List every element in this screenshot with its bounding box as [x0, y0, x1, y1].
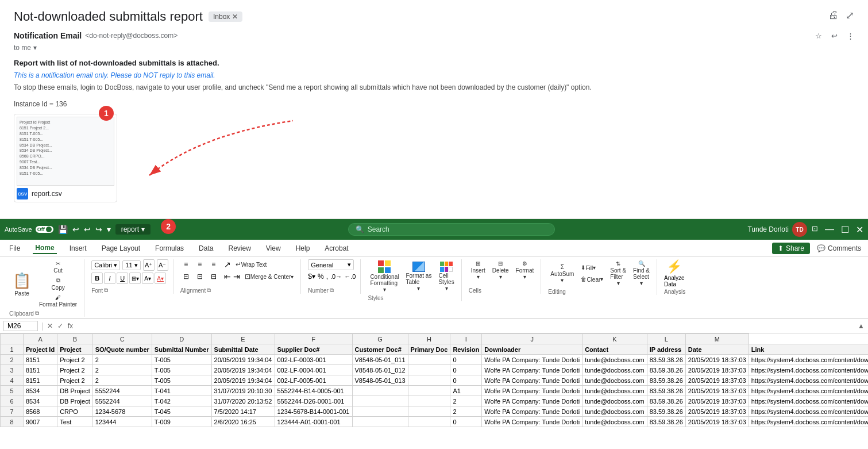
data-cell[interactable]: DB Project [57, 396, 93, 406]
data-cell[interactable]: Wolfe PA Company: Tunde Dorloti [482, 386, 582, 396]
align-top-left-button[interactable]: ≡ [180, 259, 192, 270]
header-cell[interactable]: IP address [647, 344, 685, 355]
data-cell[interactable] [352, 406, 408, 417]
formula-input[interactable] [76, 322, 854, 330]
paste-button[interactable]: 📋 Paste [9, 271, 34, 298]
menu-home[interactable]: Home [33, 243, 56, 254]
data-cell[interactable]: 83.59.38.26 [647, 375, 685, 386]
orientation-button[interactable]: ↗ [224, 260, 231, 269]
attachment-preview[interactable]: Project Id Project 8151 Project 2... 815… [14, 114, 117, 202]
data-cell[interactable]: 5552244 [92, 396, 152, 406]
col-header-B[interactable]: B [57, 334, 93, 344]
data-cell[interactable]: V8548-05-01_013 [352, 375, 408, 386]
find-select-button[interactable]: 🔍 Find & Select ▾ [631, 259, 652, 287]
data-cell[interactable]: T-005 [152, 375, 211, 386]
data-cell[interactable] [408, 375, 450, 386]
data-cell[interactable]: CRPO [57, 406, 93, 417]
analyze-data-button[interactable]: ⚡ Analyze Data [664, 259, 685, 287]
italic-button[interactable]: I [104, 273, 115, 284]
data-cell[interactable]: 8534 [24, 396, 57, 406]
data-cell[interactable]: 9007 [24, 417, 57, 427]
data-cell[interactable]: tunde@docboss.com [582, 406, 647, 417]
wrap-text-button[interactable]: ↵ Wrap Text [233, 259, 269, 270]
sort-filter-button[interactable]: ⇅ Sort & Filter ▾ [608, 259, 628, 287]
format-cells-dropdown-icon[interactable]: ▾ [523, 274, 526, 280]
menu-formulas[interactable]: Formulas [153, 243, 186, 254]
data-cell[interactable]: 83.59.38.26 [647, 396, 685, 406]
data-cell[interactable]: 8151 [24, 375, 57, 386]
data-cell[interactable]: 0 [450, 417, 482, 427]
print-icon[interactable]: 🖨 [828, 9, 839, 22]
font-expand-icon[interactable]: ⧉ [104, 287, 108, 294]
data-cell[interactable]: https://system4.docboss.com/content/down… [749, 406, 868, 417]
data-cell[interactable]: 2 [450, 406, 482, 417]
fill-dropdown-icon[interactable]: ▾ [593, 264, 596, 271]
menu-insert[interactable]: Insert [67, 243, 89, 254]
cut-button[interactable]: ✂ Cut [37, 259, 79, 275]
data-cell[interactable]: DB Project [57, 386, 93, 396]
data-cell[interactable] [408, 386, 450, 396]
data-cell[interactable] [408, 417, 450, 427]
align-top-center-button[interactable]: ≡ [194, 259, 206, 270]
maximize-icon[interactable]: ☐ [841, 224, 849, 235]
data-cell[interactable]: 2 [92, 375, 152, 386]
data-cell[interactable]: 20/05/2019 19:34:04 [211, 375, 275, 386]
data-cell[interactable]: tunde@docboss.com [582, 375, 647, 386]
data-cell[interactable]: 20/05/2019 18:37:03 [685, 386, 749, 396]
data-cell[interactable]: https://system4.docboss.com/content/down… [749, 417, 868, 427]
cell-styles-dropdown-icon[interactable]: ▾ [445, 285, 448, 291]
merge-dropdown-icon[interactable]: ▾ [291, 274, 294, 280]
underline-button[interactable]: U [117, 273, 128, 284]
more-options-icon[interactable]: ⋮ [847, 32, 854, 40]
data-cell[interactable] [352, 396, 408, 406]
number-expand-icon[interactable]: ⧉ [330, 287, 334, 294]
data-cell[interactable]: 20/05/2019 19:34:04 [211, 355, 275, 365]
data-cell[interactable]: tunde@docboss.com [582, 417, 647, 427]
star-icon[interactable]: ☆ [815, 32, 822, 40]
format-cells-button[interactable]: ⚙ Format ▾ [514, 259, 537, 281]
data-cell[interactable]: 8534 [24, 386, 57, 396]
data-cell[interactable]: T-045 [152, 406, 211, 417]
data-cell[interactable]: https://system4.docboss.com/content/down… [749, 365, 868, 375]
data-cell[interactable]: V8548-05-01_011 [352, 355, 408, 365]
formulabar-expand-button[interactable]: ▲ [858, 322, 865, 330]
data-cell[interactable]: 2 [92, 365, 152, 375]
reply-icon[interactable]: ↩ [831, 32, 838, 40]
data-cell[interactable]: 8151 [24, 355, 57, 365]
cancel-formula-icon[interactable]: ✕ [47, 322, 53, 330]
data-cell[interactable]: 2/6/2020 16:25 [211, 417, 275, 427]
data-cell[interactable]: 31/07/2020 20:13:52 [211, 396, 275, 406]
data-cell[interactable]: https://system4.docboss.com/content/down… [749, 355, 868, 365]
header-cell[interactable]: Submittal Date [211, 344, 275, 355]
table-dropdown-icon[interactable]: ▾ [417, 285, 420, 291]
data-cell[interactable]: Project 2 [57, 375, 93, 386]
data-cell[interactable]: 5552244-B14-0005-001 [275, 386, 352, 396]
col-header-D[interactable]: D [152, 334, 211, 344]
close-window-icon[interactable]: ✕ [856, 224, 863, 235]
data-cell[interactable]: 8151 [24, 365, 57, 375]
data-cell[interactable]: Test [57, 417, 93, 427]
format-painter-button[interactable]: 🖌 Format Painter [37, 293, 79, 309]
header-cell[interactable]: Link [749, 344, 868, 355]
fill-color-button[interactable]: A▾ [142, 273, 153, 284]
data-cell[interactable]: A1 [450, 386, 482, 396]
col-header-G[interactable]: G [352, 334, 408, 344]
delete-dropdown-icon[interactable]: ▾ [499, 274, 502, 280]
indent-increase-button[interactable]: ⇥ [233, 272, 240, 281]
font-size-select[interactable]: 11 ▾ [122, 260, 140, 270]
data-cell[interactable]: 20/05/2019 18:37:03 [685, 396, 749, 406]
menu-view[interactable]: View [264, 243, 283, 254]
align-center-button[interactable]: ⊟ [194, 271, 206, 282]
comments-button[interactable]: 💬 Comments [817, 243, 861, 254]
copy-button[interactable]: ⧉ Copy [37, 276, 79, 292]
undo2-icon[interactable]: ↩ [84, 225, 91, 234]
header-cell[interactable]: Contact [582, 344, 647, 355]
dropdown-icon[interactable]: ▾ [33, 44, 37, 52]
dropdown-more-icon[interactable]: ▾ [107, 225, 111, 234]
clipboard-expand-icon[interactable]: ⧉ [35, 310, 39, 317]
spreadsheet-grid-container[interactable]: A B C D E F G H I J K L M 1Project IdPro… [0, 333, 868, 427]
autosum-dropdown-icon[interactable]: ▾ [561, 277, 564, 283]
data-cell[interactable]: T-042 [152, 396, 211, 406]
data-cell[interactable] [352, 386, 408, 396]
data-cell[interactable]: 5552244-D26-0001-001 [275, 396, 352, 406]
